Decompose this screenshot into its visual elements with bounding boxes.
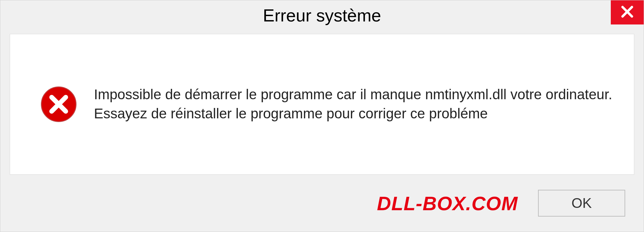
ok-button[interactable]: OK — [538, 190, 625, 217]
error-icon — [40, 86, 77, 123]
content-panel: Impossible de démarrer le programme car … — [10, 34, 634, 175]
dialog-footer: DLL-BOX.COM OK — [0, 175, 644, 232]
brand-watermark: DLL-BOX.COM — [10, 192, 518, 215]
error-message: Impossible de démarrer le programme car … — [94, 85, 614, 123]
close-icon — [621, 5, 634, 20]
titlebar: Erreur système — [0, 0, 644, 31]
dialog-title: Erreur système — [263, 5, 381, 25]
error-dialog: Erreur système Impossible de démarrer le… — [0, 0, 644, 232]
close-button[interactable] — [611, 0, 644, 24]
